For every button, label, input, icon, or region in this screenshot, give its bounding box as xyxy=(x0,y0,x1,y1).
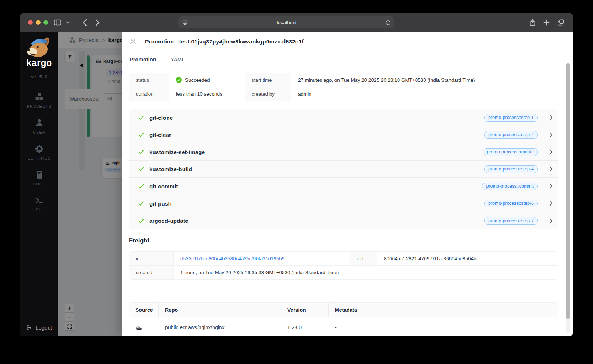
drawer-scrollbar xyxy=(566,63,570,333)
drawer-body: status Succeeded start time 27 minutes a… xyxy=(122,68,573,336)
step-name: argocd-update xyxy=(149,218,188,224)
kargo-wordmark: kargo xyxy=(26,58,53,68)
docker-whale-icon xyxy=(135,325,143,330)
forward-button[interactable] xyxy=(95,19,100,26)
step-alias-badge: promo-process::step-4 xyxy=(484,165,538,173)
tab-yaml[interactable]: YAML xyxy=(171,51,185,68)
sidebar-item-docs[interactable]: DOCS xyxy=(33,170,46,186)
drawer-title: Promotion - test.01jvq37py4jhew8kwwmkgp0… xyxy=(145,38,304,45)
drawer-close-button[interactable] xyxy=(130,38,137,45)
back-button[interactable] xyxy=(82,19,87,26)
app-version: v1.5.0 xyxy=(31,75,47,80)
chevron-right-icon[interactable] xyxy=(550,166,553,172)
terminal-icon xyxy=(35,196,44,205)
book-icon xyxy=(35,170,44,179)
user-icon xyxy=(35,118,44,127)
app-sidebar: kargo v1.5.0 PROJECTS USER SETTINGS xyxy=(20,32,58,336)
step-name: git-push xyxy=(149,200,172,207)
back-icon xyxy=(82,19,87,26)
logout-label: Logout xyxy=(35,325,52,331)
close-window-button[interactable] xyxy=(28,20,33,25)
step-alias-badge: promo-process::step-6 xyxy=(484,200,538,207)
freight-uid-label: uid xyxy=(350,252,377,265)
step-row-git-clone[interactable]: git-clone promo-process::step-1 xyxy=(129,109,558,126)
freight-id-link[interactable]: d532e1f7bcc80bc4b3580c4a35c3fbfa31d195b9 xyxy=(180,256,284,261)
minimize-window-button[interactable] xyxy=(36,20,41,25)
drawer-scrollbar-thumb[interactable] xyxy=(566,63,570,319)
sidebar-item-label: USER xyxy=(33,130,46,134)
artifact-repo: public.ecr.aws/nginx/nginx xyxy=(159,317,281,336)
main-content: Projects > kargo-de kargo-dem 1.28.0 1 h… xyxy=(58,32,573,336)
meta-status-value: Succeeded xyxy=(185,77,210,83)
close-icon xyxy=(130,39,136,44)
chevron-right-icon[interactable] xyxy=(550,115,553,120)
tabs-overview-icon xyxy=(557,19,564,26)
logout-icon xyxy=(26,325,32,331)
artifacts-header-version: Version xyxy=(281,303,329,317)
chevron-right-icon[interactable] xyxy=(550,132,553,137)
step-alias-badge: promo-process::step-1 xyxy=(484,114,538,122)
page-settings-icon[interactable] xyxy=(182,19,188,26)
success-check-icon xyxy=(176,77,182,83)
sidebar-item-projects[interactable]: PROJECTS xyxy=(27,92,51,108)
freight-heading: Freight xyxy=(129,237,573,244)
sidebar-toggle-button[interactable] xyxy=(54,19,61,26)
tab-promotion[interactable]: Promotion xyxy=(130,51,156,68)
sidebar-item-label: CLI xyxy=(35,208,43,212)
tab-overview-button[interactable] xyxy=(557,19,564,26)
step-check-icon xyxy=(138,184,144,189)
step-check-icon xyxy=(138,149,144,154)
step-row-kustomize-build[interactable]: kustomize-build promo-process::step-4 xyxy=(129,161,558,178)
step-alias-badge: promo-process::step-2 xyxy=(484,131,538,139)
meta-created-by-label: created by xyxy=(245,87,291,101)
chevron-right-icon[interactable] xyxy=(550,201,553,206)
step-check-icon xyxy=(138,201,144,206)
step-row-git-push[interactable]: git-push promo-process::step-6 xyxy=(129,195,558,212)
projects-icon xyxy=(35,92,44,101)
chevron-right-icon[interactable] xyxy=(550,149,553,154)
step-check-icon xyxy=(138,218,144,223)
chevron-down-icon xyxy=(66,21,70,24)
new-tab-button[interactable] xyxy=(543,19,550,26)
freight-table: id d532e1f7bcc80bc4b3580c4a35c3fbfa31d19… xyxy=(129,251,558,280)
reload-button[interactable] xyxy=(385,20,391,26)
logout-button[interactable]: Logout xyxy=(26,325,52,331)
kargo-logo[interactable]: kargo xyxy=(26,36,53,68)
step-row-argocd-update[interactable]: argocd-update promo-process::step-7 xyxy=(129,212,558,229)
step-name: git-clone xyxy=(149,115,173,121)
step-name: git-commit xyxy=(149,183,178,189)
table-row: public.ecr.aws/nginx/nginx 1.28.0 - xyxy=(129,317,558,336)
chevron-right-icon[interactable] xyxy=(550,184,553,189)
promotion-meta-table: status Succeeded start time 27 minutes a… xyxy=(129,73,558,101)
sidebar-toggle-icon xyxy=(54,19,61,26)
chevron-right-icon[interactable] xyxy=(550,218,553,223)
share-icon xyxy=(529,19,536,26)
artifacts-header-metadata: Metadata xyxy=(329,303,558,317)
sidebar-item-user[interactable]: USER xyxy=(33,118,46,134)
sidebar-item-settings[interactable]: SETTINGS xyxy=(28,144,51,160)
meta-status-label: status xyxy=(129,73,169,87)
freight-created-value: 1 hour , on Tue May 20 2025 19:35:38 GMT… xyxy=(174,265,558,279)
gear-icon xyxy=(35,144,44,153)
step-row-git-clear[interactable]: git-clear promo-process::step-2 xyxy=(129,126,558,143)
fullscreen-window-button[interactable] xyxy=(43,20,48,25)
address-bar[interactable]: localhost xyxy=(178,16,394,28)
promotion-drawer: Promotion - test.01jvq37py4jhew8kwwmkgp0… xyxy=(122,32,573,336)
freight-artifacts-table: Source Repo Version Metadata public.ecr.… xyxy=(129,302,558,336)
url-text[interactable]: localhost xyxy=(188,20,385,25)
sidebar-menu-chevron[interactable] xyxy=(66,21,70,24)
share-button[interactable] xyxy=(529,19,536,26)
step-check-icon xyxy=(138,132,144,137)
artifacts-header-repo: Repo xyxy=(159,303,281,317)
meta-start-label: start time xyxy=(245,73,291,87)
step-alias-badge: promo-process::commit xyxy=(482,183,538,190)
drawer-tabs: Promotion YAML xyxy=(122,51,573,68)
step-name: kustomize-build xyxy=(149,166,192,172)
reload-icon xyxy=(385,20,391,26)
step-row-git-commit[interactable]: git-commit promo-process::commit xyxy=(129,178,558,195)
step-row-kustomize-set-image[interactable]: kustomize-set-image promo-process::updat… xyxy=(129,143,558,161)
step-alias-badge: promo-process::step-7 xyxy=(484,217,538,225)
artifact-version: 1.28.0 xyxy=(281,317,329,336)
freight-uid-value: 80664af7-2821-4709-911a-366045e8504b xyxy=(377,252,558,265)
sidebar-item-cli[interactable]: CLI xyxy=(35,196,44,212)
